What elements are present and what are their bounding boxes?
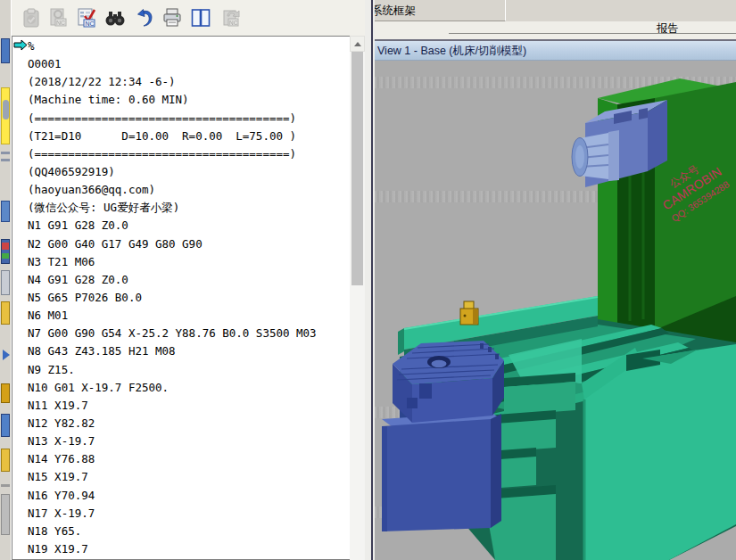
scroll-up-button[interactable]	[350, 36, 365, 52]
tab-report[interactable]: 报告	[657, 21, 679, 37]
nc-line[interactable]: (======================================)	[28, 145, 350, 163]
current-line-arrow-icon	[13, 39, 28, 51]
scroll-thumb[interactable]	[351, 52, 363, 285]
clipped-icon	[1, 38, 10, 63]
nc-line[interactable]: (Machine time: 0.60 MIN)	[28, 91, 350, 109]
machine-model: 公众号 CAMROBIN QQ: 365394288	[375, 61, 736, 560]
main-toolbar: NC NC	[12, 0, 371, 36]
clipped-icon	[1, 484, 10, 487]
clipped-icon	[1, 494, 10, 535]
nc-line[interactable]: N17 X-19.7	[28, 505, 350, 523]
svg-text:NC: NC	[86, 21, 95, 27]
nc-line[interactable]: N5 G65 P7026 B0.0	[28, 289, 350, 307]
report-row: 报告	[375, 21, 736, 41]
clipped-icon	[1, 270, 10, 295]
svg-text:NC: NC	[56, 20, 65, 26]
nc-line[interactable]: (2018/12/22 12:34 -6-)	[28, 73, 350, 91]
nc-export-icon: NC	[220, 7, 242, 29]
nc-line-list: %O0001(2018/12/22 12:34 -6-)(Machine tim…	[28, 37, 350, 560]
view-title: View 1 - Base (机床/切削模型)	[377, 44, 526, 59]
nc-line[interactable]: N19 X19.7	[28, 540, 350, 558]
fixture-pallet	[393, 341, 504, 423]
nc-line[interactable]: N7 G00 G90 G54 X-25.2 Y88.76 B0.0 S3500 …	[28, 325, 350, 342]
printer-icon	[161, 7, 183, 29]
clipped-icon	[1, 301, 10, 325]
nc-scrollbar[interactable]	[350, 36, 365, 560]
nc-line[interactable]: N15 X19.7	[28, 468, 350, 486]
application-window: NC NC	[0, 0, 736, 560]
clipped-icon	[1, 201, 10, 222]
nc-line[interactable]: (T21=D10 D=10.00 R=0.00 L=75.00 )	[28, 128, 350, 145]
nc-line[interactable]: N18 Y65.	[28, 523, 350, 540]
clipped-icon	[1, 159, 10, 161]
nc-line[interactable]: N4 G91 G28 Z0.0	[28, 271, 350, 289]
nc-line[interactable]: N12 Y82.82	[28, 415, 350, 432]
nc-line[interactable]: %	[28, 37, 350, 55]
undo-icon	[135, 7, 156, 29]
nc-line[interactable]: N14 Y76.88	[28, 450, 350, 468]
nc-line[interactable]: N1 G91 G28 Z0.0	[28, 217, 350, 235]
clipped-icon	[3, 100, 9, 119]
clipped-icon	[1, 414, 10, 437]
nc-line[interactable]: (微信公众号: UG爱好者小梁)	[28, 199, 350, 217]
undo-button[interactable]	[134, 5, 159, 30]
panel-splitter[interactable]	[365, 0, 375, 560]
split-view-button[interactable]	[189, 5, 214, 30]
frame-title-box: 系统框架	[375, 0, 506, 21]
frame-title: 系统框架	[375, 4, 416, 19]
nc-export-button[interactable]: NC	[219, 5, 244, 30]
nc-line[interactable]: N11 X19.7	[28, 397, 350, 415]
clipped-icon	[3, 350, 10, 360]
nc-check-icon: NC	[76, 7, 97, 29]
report-underline	[449, 33, 736, 34]
nc-file-icon: NC	[47, 7, 69, 29]
tool-holder-part	[460, 301, 478, 325]
clipboard-verify-button[interactable]	[20, 5, 45, 30]
spindle-nose	[572, 130, 619, 181]
nc-line[interactable]: N3 T21 M06	[28, 253, 350, 271]
nc-line[interactable]: N9 Z15.	[28, 361, 350, 379]
nc-check-button[interactable]: NC	[75, 5, 100, 30]
clipped-icon	[1, 449, 10, 472]
clipboard-icon	[21, 7, 42, 29]
nc-program-panel: %O0001(2018/12/22 12:34 -6-)(Machine tim…	[12, 36, 350, 560]
print-button[interactable]	[161, 5, 186, 30]
clipped-icon	[1, 152, 10, 154]
nc-line[interactable]: N8 G43 Z43.185 H21 M08	[28, 342, 350, 360]
binoculars-icon	[104, 7, 126, 29]
nc-line[interactable]: N2 G00 G40 G17 G49 G80 G90	[28, 235, 350, 253]
svg-text:NC: NC	[229, 20, 238, 26]
clipped-icon	[2, 253, 9, 259]
nc-line[interactable]: N13 X-19.7	[28, 432, 350, 450]
view-titlebar[interactable]: View 1 - Base (机床/切削模型)	[375, 41, 736, 61]
right-header: 系统框架 报告	[375, 0, 736, 41]
nc-line[interactable]: (======================================)	[28, 110, 350, 128]
nc-line[interactable]: N6 M01	[28, 307, 350, 325]
search-button[interactable]	[103, 5, 128, 30]
clipped-left-toolbar	[0, 0, 12, 560]
clipped-icon	[1, 383, 10, 403]
workpiece-fixture	[382, 341, 504, 531]
clipped-icon	[2, 243, 9, 250]
nc-line[interactable]: (haoyuan366@qq.com)	[28, 181, 350, 199]
nc-line[interactable]: O0001	[28, 55, 350, 73]
split-panes-icon	[190, 7, 211, 29]
nc-line[interactable]: (QQ406592919)	[28, 163, 350, 181]
nc-line[interactable]: N16 Y70.94	[28, 487, 350, 505]
nc-line[interactable]: N10 G01 X-19.7 F2500.	[28, 379, 350, 397]
nc-review-button[interactable]: NC	[46, 5, 71, 30]
fixture-base	[382, 412, 501, 531]
machine-3d-viewport[interactable]: 公众号 CAMROBIN QQ: 365394288	[375, 61, 736, 560]
